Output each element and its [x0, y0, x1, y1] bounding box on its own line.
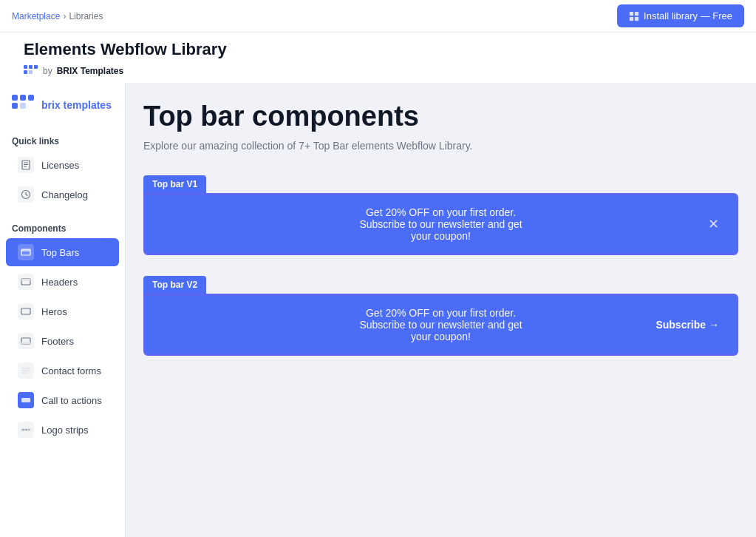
marketplace-link[interactable]: Marketplace [12, 11, 60, 21]
install-icon [629, 11, 639, 21]
sidebar-item-licenses[interactable]: Licenses [6, 151, 119, 179]
license-icon [18, 157, 34, 173]
component-label-v2: Top bar V2 [143, 276, 206, 294]
svg-rect-5 [29, 65, 33, 69]
svg-rect-13 [20, 103, 26, 109]
install-button[interactable]: Install library — Free [617, 4, 744, 27]
cta-icon [18, 392, 34, 408]
sidebar-item-logo-strips[interactable]: Logo strips [6, 416, 119, 444]
svg-line-20 [26, 195, 28, 196]
svg-rect-30 [21, 370, 30, 371]
svg-rect-11 [28, 95, 34, 101]
sidebar-brand: brix templates [41, 99, 112, 111]
libraries-link: Libraries [69, 11, 103, 21]
brix-logo-icon [24, 65, 38, 77]
component-label-v1: Top bar V1 [143, 175, 206, 193]
svg-rect-35 [25, 429, 27, 430]
author-name: BRIX Templates [57, 66, 123, 76]
svg-rect-24 [21, 279, 30, 281]
svg-rect-1 [635, 11, 638, 15]
page-title-area: Elements Webflow Library by BRIX Templat… [0, 33, 756, 83]
top-header: Marketplace › Libraries Install library … [0, 0, 756, 33]
svg-rect-36 [28, 429, 30, 430]
breadcrumb: Marketplace › Libraries [12, 11, 103, 21]
svg-rect-31 [21, 372, 27, 374]
top-bar-v2-text: Get 20% OFF on your first order. Subscri… [348, 307, 534, 342]
components-title: Components [0, 217, 125, 238]
sidebar-item-heros[interactable]: Heros [6, 297, 119, 325]
top-bar-v1-close[interactable]: ✕ [708, 216, 719, 232]
content-area: Top bar components Explore our amazing c… [126, 83, 756, 537]
svg-rect-0 [630, 11, 633, 15]
hero-title: Top bar components [143, 101, 738, 132]
svg-rect-10 [20, 95, 26, 101]
sidebar-item-top-bars[interactable]: Top Bars [6, 238, 119, 266]
main-layout: brix templates Quick links Licenses [0, 83, 756, 537]
svg-rect-8 [29, 70, 33, 74]
sidebar: brix templates Quick links Licenses [0, 83, 126, 537]
svg-rect-22 [21, 249, 30, 251]
svg-rect-4 [24, 65, 27, 69]
svg-rect-6 [34, 65, 38, 69]
clock-icon [18, 186, 34, 203]
top-bars-icon [18, 244, 34, 260]
page-subtitle: by BRIX Templates [12, 65, 744, 83]
hero-description: Explore our amazing collection of 7+ Top… [143, 140, 738, 152]
quick-links-title: Quick links [0, 130, 125, 151]
page-title: Elements Webflow Library [12, 38, 744, 65]
subscribe-button[interactable]: Subscribe → [655, 319, 719, 331]
component-section-v1: Top bar V1 Get 20% OFF on your first ord… [143, 175, 738, 255]
svg-rect-32 [21, 398, 30, 402]
heros-icon [18, 303, 34, 320]
logo-strips-icon [18, 422, 34, 438]
svg-rect-7 [24, 70, 27, 74]
sidebar-item-headers[interactable]: Headers [6, 268, 119, 296]
svg-rect-9 [12, 95, 18, 101]
footers-icon [18, 333, 34, 349]
top-bar-v2: Get 20% OFF on your first order. Subscri… [143, 294, 738, 356]
svg-rect-34 [22, 429, 24, 430]
header-left: Marketplace › Libraries [12, 11, 103, 21]
component-section-v2: Top bar V2 Get 20% OFF on your first ord… [143, 276, 738, 356]
svg-rect-28 [21, 342, 30, 344]
svg-rect-2 [630, 16, 633, 20]
top-bar-v1-text: Get 20% OFF on your first order. Subscri… [348, 206, 534, 242]
svg-rect-3 [635, 16, 638, 20]
brix-logo-mark [12, 95, 35, 115]
svg-rect-29 [21, 368, 30, 369]
headers-icon [18, 274, 34, 290]
sidebar-item-footers[interactable]: Footers [6, 327, 119, 355]
hero-section: Top bar components Explore our amazing c… [143, 101, 738, 152]
svg-rect-12 [12, 103, 18, 109]
sidebar-item-changelog[interactable]: Changelog [6, 180, 119, 209]
sidebar-item-call-to-actions[interactable]: Call to actions [6, 386, 119, 414]
sidebar-logo: brix templates [0, 95, 125, 130]
top-bar-v1: Get 20% OFF on your first order. Subscri… [143, 193, 738, 255]
breadcrumb-separator: › [63, 11, 66, 21]
svg-rect-25 [21, 308, 30, 314]
sidebar-item-contact-forms[interactable]: Contact forms [6, 357, 119, 385]
contact-forms-icon [18, 362, 34, 379]
